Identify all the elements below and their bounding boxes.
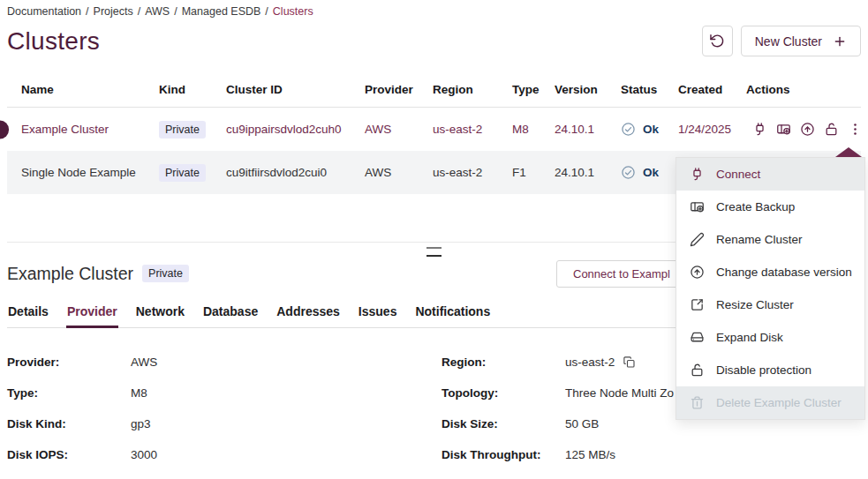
connect-to-cluster-button[interactable]: Connect to Exampl	[556, 260, 689, 288]
breadcrumb-item-clusters[interactable]: Clusters	[273, 5, 313, 18]
cluster-id-cell: cu9ippairsdvlod2cuh0	[226, 123, 365, 136]
cluster-name-cell: Example Cluster	[7, 123, 159, 136]
region: us-east-2	[433, 123, 482, 136]
create-backup-action[interactable]	[776, 122, 791, 137]
menu-item-label: Change database version	[716, 266, 852, 279]
resize-icon	[690, 297, 705, 312]
detail-kind-badge: Private	[142, 265, 189, 282]
created-date-cell: 1/24/2025	[678, 123, 746, 136]
column-header-name: Name	[7, 83, 159, 96]
instance-type-cell: M8	[512, 123, 555, 136]
provider: AWS	[365, 166, 391, 179]
instance-type-cell: F1	[512, 166, 555, 179]
rotate-ccw-icon	[709, 33, 726, 49]
menu-item-resize-cluster[interactable]: Resize Cluster	[676, 288, 864, 321]
menu-item-label: Resize Cluster	[716, 298, 794, 311]
field-label-disk-iops: Disk IOPS:	[7, 448, 131, 461]
breadcrumb-item-aws[interactable]: AWS	[145, 5, 170, 18]
field-value-text: M8	[131, 386, 147, 400]
breadcrumb-item-documentation[interactable]: Documentation	[7, 5, 81, 18]
kebab-icon	[848, 122, 863, 137]
field-value-text: 50 GB	[565, 417, 599, 430]
tab-network[interactable]: Network	[135, 303, 185, 328]
plug-icon	[690, 167, 705, 182]
instance-type: F1	[512, 166, 526, 179]
column-header-version: Version	[555, 83, 621, 96]
field-label-topology: Topology:	[442, 386, 565, 400]
pencil-icon	[690, 232, 705, 247]
panel-resize-handle[interactable]	[426, 247, 442, 257]
version-cell: 24.10.1	[555, 123, 621, 136]
provider-cell: AWS	[365, 123, 433, 136]
menu-item-change-database-version[interactable]: Change database version	[676, 256, 864, 288]
version: 24.10.1	[555, 166, 594, 179]
version-cell: 24.10.1	[555, 166, 621, 179]
breadcrumb-item-managed-esdb[interactable]: Managed ESDB	[182, 5, 261, 18]
provider: AWS	[365, 123, 391, 136]
change-version-action[interactable]	[800, 122, 815, 137]
kind-cell: Private	[159, 121, 226, 138]
unlock-icon	[824, 122, 839, 137]
menu-item-create-backup[interactable]: Create Backup	[676, 191, 864, 223]
cluster-name: Single Node Example	[21, 166, 136, 179]
created-date: 1/24/2025	[678, 123, 731, 136]
check-circle-icon	[621, 165, 636, 180]
field-label-disk-throughput: Disk Throughput:	[442, 448, 565, 461]
column-header-actions: Actions	[746, 83, 861, 96]
check-circle-icon	[621, 122, 636, 137]
copy-icon	[623, 356, 636, 369]
menu-item-disable-protection[interactable]: Disable protection	[676, 354, 864, 386]
protection-action[interactable]	[824, 122, 839, 137]
kind-badge: Private	[159, 121, 206, 138]
menu-item-rename-cluster[interactable]: Rename Cluster	[676, 223, 864, 256]
refresh-button[interactable]	[702, 26, 733, 56]
new-cluster-button[interactable]: New Cluster	[741, 26, 861, 56]
title-row: Clusters New Cluster	[7, 26, 861, 56]
tab-addresses[interactable]: Addresses	[275, 303, 341, 328]
menu-item-label: Create Backup	[716, 200, 795, 213]
copy-region-button[interactable]	[623, 356, 636, 369]
cluster-name: Example Cluster	[21, 123, 109, 136]
field-label-disk-kind: Disk Kind:	[7, 417, 131, 430]
more-actions[interactable]	[848, 122, 863, 137]
tab-issues[interactable]: Issues	[358, 303, 398, 328]
region-cell: us-east-2	[433, 166, 512, 179]
detail-cluster-title: Example Cluster	[7, 264, 133, 284]
instance-type: M8	[512, 123, 529, 136]
table-row[interactable]: Example ClusterPrivatecu9ippairsdvlod2cu…	[7, 108, 861, 151]
cluster-name-cell: Single Node Example	[7, 166, 159, 179]
menu-item-delete-example-cluster: Delete Example Cluster	[676, 386, 864, 419]
table-header: NameKindCluster IDProviderRegionTypeVers…	[7, 76, 861, 108]
provider-cell: AWS	[365, 166, 433, 179]
cluster-id: cu9itfiirsdvlod2cui0	[226, 166, 327, 179]
tab-provider[interactable]: Provider	[66, 303, 118, 328]
region: us-east-2	[433, 166, 482, 179]
region-cell: us-east-2	[433, 123, 512, 136]
cluster-actions-menu: ConnectCreate BackupRename ClusterChange…	[676, 157, 865, 420]
cluster-id-cell: cu9itfiirsdvlod2cui0	[226, 166, 365, 179]
breadcrumb-item-projects[interactable]: Projects	[94, 5, 133, 18]
tab-database[interactable]: Database	[202, 303, 259, 328]
field-value-disk-kind: gp3	[131, 417, 442, 430]
tab-notifications[interactable]: Notifications	[414, 303, 491, 328]
tab-details[interactable]: Details	[7, 303, 49, 328]
field-value-provider: AWS	[131, 356, 442, 369]
field-value-text: us-east-2	[565, 356, 615, 369]
column-header-status: Status	[621, 83, 678, 96]
status-label: Ok	[643, 123, 659, 136]
backup-icon	[690, 199, 705, 214]
plus-icon	[833, 34, 847, 49]
breadcrumb-separator: /	[86, 5, 88, 18]
connect-action[interactable]	[752, 122, 767, 137]
menu-caret	[835, 147, 862, 157]
field-value-text: AWS	[131, 356, 157, 369]
column-header-cluster-id: Cluster ID	[226, 83, 365, 96]
title-actions: New Cluster	[702, 26, 861, 56]
column-header-kind: Kind	[159, 83, 226, 96]
menu-item-connect[interactable]: Connect	[676, 158, 864, 191]
menu-item-expand-disk[interactable]: Expand Disk	[676, 321, 864, 354]
actions-cell	[746, 122, 863, 137]
page-title: Clusters	[7, 27, 100, 56]
disk-icon	[690, 330, 705, 345]
breadcrumb: Documentation/Projects/AWS/Managed ESDB/…	[0, 0, 868, 18]
